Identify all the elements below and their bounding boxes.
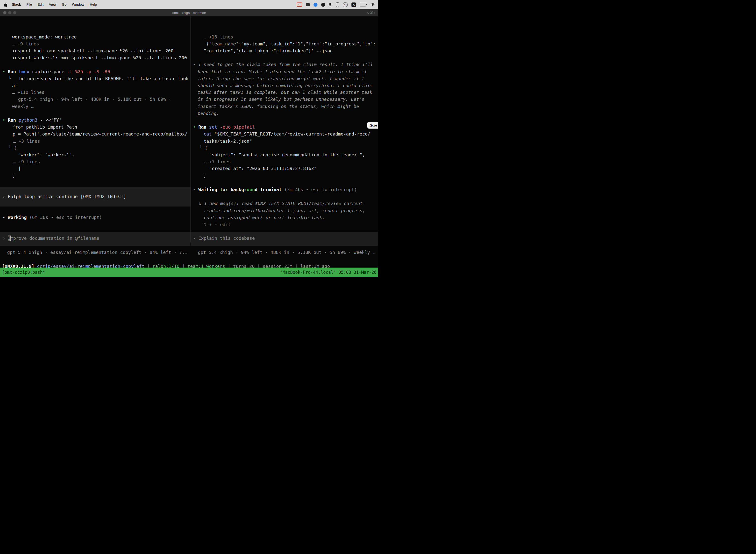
- command-output: }: [204, 172, 206, 179]
- command-output: └ {: [199, 145, 208, 151]
- prompt-input-right[interactable]: › Explain this codebase: [193, 235, 255, 242]
- screen-recording-icon[interactable]: [297, 2, 302, 7]
- command-continuation: from pathlib import Path: [13, 124, 77, 130]
- tmux-host-clock: "MacBook-Pro-44.local" 05:03 31-Mar-26: [280, 270, 378, 275]
- wifi-icon[interactable]: [371, 2, 375, 7]
- window-title-bar: omx --xhigh --madmax ⌥⌘1: [0, 9, 378, 17]
- injected-message: › Ralph loop active continue [OMX_TMUX_I…: [2, 193, 126, 200]
- new-message-note: readme-and-reco/mailbox/worker-1.json, a…: [204, 207, 365, 214]
- command-output: }: [13, 172, 15, 179]
- command-continuation: tasks/task-2.json": [204, 138, 252, 145]
- command-output: └ be necessary for the end of the README…: [8, 75, 189, 82]
- ran-command-line: • Ran tmux capture-pane -t %25 -p -S -80: [2, 68, 110, 75]
- collapsed-lines: … +3 lines: [13, 138, 40, 145]
- stat-widget-icon[interactable]: 61: [343, 2, 348, 7]
- command-continuation: p = Path('.omx/state/team/review-current…: [13, 130, 187, 137]
- menu-help[interactable]: Help: [87, 0, 100, 9]
- menu-view[interactable]: View: [46, 0, 59, 9]
- collapsed-lines: … +110 lines: [12, 89, 44, 96]
- menu-window[interactable]: Window: [69, 0, 87, 9]
- apple-menu-icon[interactable]: [4, 2, 8, 7]
- ran-command-line: • Ran python3 - <<'PY': [2, 117, 62, 124]
- menu-app-name[interactable]: Slack: [9, 0, 24, 9]
- thinking-text: keep that in mind. Maybe I also need the…: [198, 68, 367, 75]
- menu-edit[interactable]: Edit: [35, 0, 46, 9]
- command-output: weekly …: [12, 103, 34, 110]
- terminal-content: workspace_mode: worktree… +9 linesinspec…: [0, 16, 378, 268]
- log-line: workspace_mode: worktree: [12, 34, 77, 41]
- menu-bar: Slack File Edit View Go Window Help 61 A: [0, 0, 378, 9]
- menu-go[interactable]: Go: [59, 0, 69, 9]
- command-continuation: '{"team_name":"my-team","task_id":"1","f…: [204, 41, 376, 47]
- command-output: gpt-5.4 xhigh · 94% left · 488K in · 5.1…: [18, 96, 171, 103]
- tmux-session-name: [omx-cczip0:bash*: [0, 270, 45, 275]
- pane-footer-left: gpt-5.4 xhigh · essay/ai-reimplementatio…: [7, 249, 187, 256]
- tmux-status-bar: [omx-cczip0:bash* "MacBook-Pro-44.local"…: [0, 268, 378, 277]
- input-source-icon[interactable]: A: [352, 2, 356, 7]
- working-status: • Working (6m 38s • esc to interrupt): [2, 214, 102, 221]
- collapsed-lines: … +16 lines: [204, 34, 233, 41]
- command-output: ]: [18, 165, 21, 172]
- log-line: inspect_worker-1: omx sparkshell --tmux-…: [12, 54, 187, 61]
- pane-footer-right: gpt-5.4 xhigh · 94% left · 488K in · 5.1…: [198, 249, 375, 256]
- command-output: "created_at": "2026-03-31T11:59:27.816Z": [209, 165, 316, 172]
- new-message-note: continue assigned work or next feasible …: [204, 214, 325, 221]
- thinking-text: is in progress? It seems likely but perh…: [198, 96, 364, 103]
- new-message-note: ↳ 1 new msg(s): read $OMX_TEAM_STATE_ROO…: [199, 200, 365, 207]
- command-continuation: cat "$OMX_TEAM_STATE_ROOT/team/review-cu…: [204, 130, 370, 137]
- thinking-text: pending.: [198, 110, 219, 117]
- collapsed-lines: … +7 lines: [204, 158, 231, 165]
- window-title: omx --xhigh --madmax: [0, 9, 378, 16]
- thinking-text: inspect task2's JSON, focusing on the st…: [198, 103, 359, 110]
- dark-app-icon[interactable]: [321, 2, 325, 7]
- command-continuation: "completed","claim_token":"claim-token"}…: [204, 47, 333, 54]
- command-output: at: [12, 82, 18, 89]
- command-output: └ {: [8, 145, 17, 151]
- iphone-mirroring-icon[interactable]: [336, 2, 339, 7]
- pane-divider: [190, 16, 191, 242]
- omx-status-line: [OMX#0.11.9] cczip/essay/ai-reimplementa…: [2, 263, 330, 268]
- collapsed-lines: … +9 lines: [13, 158, 40, 165]
- edit-hint: ⌥ + ↑ edit: [204, 221, 231, 228]
- blue-app-icon[interactable]: [314, 2, 317, 7]
- battery-icon[interactable]: [360, 2, 367, 7]
- screen-share-overlay: Scre: [367, 122, 378, 128]
- thinking-text: should send a message before completing …: [198, 82, 372, 89]
- window-shortcut-badge: ⌥⌘1: [366, 9, 375, 16]
- waiting-status: • Waiting for background terminal (3m 46…: [193, 186, 357, 193]
- keyboard-grid-icon[interactable]: [306, 2, 310, 7]
- log-line: inspect_hud: omx sparkshell --tmux-pane …: [12, 47, 173, 54]
- thinking-text: task2 after task1 is complete, but can I…: [198, 89, 372, 96]
- command-output: "worker": "worker-1",: [18, 151, 75, 158]
- thinking-text: • I need to get the claim token from the…: [193, 61, 373, 68]
- collapsed-lines: … +9 lines: [12, 41, 39, 47]
- menu-file[interactable]: File: [24, 0, 35, 9]
- ran-command-line: • Ran set -euo pipefail: [193, 124, 255, 130]
- command-output: "subject": "send a concise recommendatio…: [209, 151, 365, 158]
- prompt-input-left[interactable]: › Improve documentation in @filename: [2, 235, 99, 242]
- app-grid-icon[interactable]: [329, 2, 332, 7]
- thinking-text: later. Using the same for transition mig…: [198, 75, 364, 82]
